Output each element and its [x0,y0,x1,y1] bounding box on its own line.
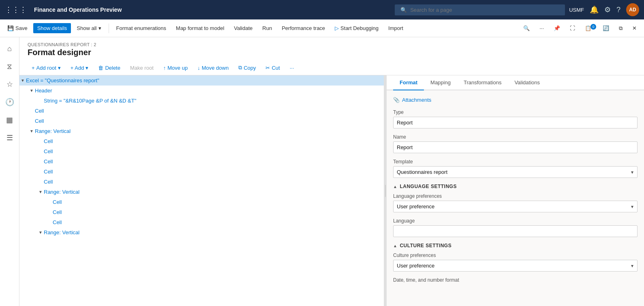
language-settings-header[interactable]: ▲ LANGUAGE SETTINGS [393,184,638,189]
show-details-button[interactable]: Show details [33,23,71,33]
language-input[interactable] [393,225,638,237]
tree-item-cell_code2[interactable]: Cell [19,197,384,207]
import-button[interactable]: Import [384,23,407,33]
tree-item-root[interactable]: ▼Excel = "Questionnaires report" [19,75,384,86]
format-enumerations-button[interactable]: Format enumerations [112,23,171,33]
run-button[interactable]: Run [258,23,276,33]
tree-item-range_question[interactable]: ▼Range: Vertical [19,227,384,238]
expand-arrow: ▼ [28,129,35,133]
attachment-icon: 📎 [393,97,400,103]
map-format-button[interactable]: Map format to model [172,23,228,33]
more-options-button[interactable]: ··· [535,23,548,33]
language-prefs-label: Language preferences [393,193,638,199]
search-bar[interactable]: 🔍 [395,4,565,15]
refresh-button[interactable]: 🔄 [599,23,613,33]
tree-item-label: Cell [53,199,62,205]
tree-item-range_results_group[interactable]: ▼Range: Vertical [19,187,384,197]
search-input[interactable] [410,7,559,13]
date-format-field-group: Date, time, and number format [393,277,638,283]
tree-item-header[interactable]: ▼Header [19,86,384,96]
template-field-group: Template Questionnaires report ▾ [393,159,638,178]
workspace-icon[interactable]: ▦ [2,112,18,128]
move-down-button[interactable]: ↓ Move down [193,63,233,73]
topbar: ⋮⋮⋮ Finance and Operations Preview 🔍 USM… [0,0,644,19]
show-all-button[interactable]: Show all ▾ [73,23,105,33]
tree-item-cell_questionnaire_type[interactable]: Cell [19,156,384,167]
notification-icon[interactable]: 🔔 [590,5,599,14]
filter-icon[interactable]: ⧖ [2,58,18,75]
tree-item-cell_description2[interactable]: Cell [19,207,384,217]
cut-button[interactable]: ✂ Cut [261,63,284,73]
tree-item-label: Cell [44,148,53,154]
collapse-icon: ▲ [393,184,397,189]
tree-item-label: Header [35,88,52,94]
tree-item-range_questionnaire[interactable]: ▼Range: Vertical [19,126,384,136]
type-input[interactable] [393,117,638,128]
add-root-button[interactable]: + Add root ▾ [28,63,65,73]
tree-item-cell_max_points[interactable]: Cell [19,217,384,227]
pin-button[interactable]: 📌 [550,23,564,33]
ribbon-toolbar: 💾 Save Show details Show all ▾ Format en… [0,19,644,37]
language-prefs-select[interactable]: User preference [393,201,638,212]
tab-validations[interactable]: Validations [508,75,546,90]
close-button[interactable]: ✕ [628,23,641,33]
attachments-button[interactable]: 📎 Attachments [393,97,638,103]
tree-item-cell_description[interactable]: Cell [19,146,384,156]
tree-item-cell_question_order[interactable]: Cell [19,167,384,177]
collapse-icon: ▲ [393,244,397,248]
culture-prefs-field-group: Culture preferences User preference ▾ [393,253,638,272]
name-input[interactable] [393,141,638,153]
tree-item-label: Excel = "Questionnaires report" [26,77,99,83]
tab-transformations[interactable]: Transformations [457,75,508,90]
tab-format[interactable]: Format [393,75,424,90]
tree-item-cell_active[interactable]: Cell [19,177,384,187]
validate-button[interactable]: Validate [230,23,257,33]
name-field-group: Name [393,134,638,153]
start-debugging-button[interactable]: ▷ Start Debugging [331,23,383,33]
performance-trace-button[interactable]: Performance trace [278,23,329,33]
help-icon[interactable]: ? [616,6,620,14]
tree-item-label: Cell [35,108,44,114]
more-button[interactable]: ··· [286,63,298,73]
tree-item-string[interactable]: String = "&R&10Page &P of &N &D &T" [19,96,384,106]
settings-icon[interactable]: ⚙ [604,5,611,14]
search-icon: 🔍 [400,7,407,13]
tree-item-cell_code[interactable]: Cell [19,136,384,146]
grid-icon[interactable]: ⋮⋮⋮ [5,5,27,14]
name-label: Name [393,134,638,140]
save-button[interactable]: 💾 Save [3,23,32,33]
topbar-right: USMF 🔔 ⚙ ? AD [569,3,639,16]
search-ribbon-button[interactable]: 🔍 [519,23,534,33]
tree-item-label: Cell [53,209,62,215]
recent-icon[interactable]: 🕐 [2,94,18,110]
copy-button[interactable]: ⧉ Copy [234,63,260,73]
tree-item-label: Range: Vertical [35,128,71,134]
extend-button[interactable]: ⛶ [566,23,579,33]
culture-prefs-select[interactable]: User preference [393,260,638,272]
expand-arrow: ▼ [19,78,26,83]
chevron-down-icon: ▾ [58,65,61,71]
badge-button[interactable]: 📋0 [581,23,597,33]
delete-icon: 🗑 [98,65,103,71]
move-up-button[interactable]: ↑ Move up [159,63,192,73]
template-select[interactable]: Questionnaires report [393,166,638,178]
tree-item-cell_company_name[interactable]: Cell [19,116,384,126]
make-root-button[interactable]: Make root [126,63,158,73]
avatar[interactable]: AD [626,3,639,16]
debug-icon: ▷ [335,25,339,31]
modules-icon[interactable]: ☰ [2,130,18,146]
arrow-down-icon: ↓ [197,65,200,71]
breadcrumb: QUESTIONNAIRES REPORT : 2 [28,42,636,47]
tree-item-label: Cell [35,118,44,124]
sidebar-icons: ⌂ ⧖ ☆ 🕐 ▦ ☰ [0,37,19,306]
home-icon[interactable]: ⌂ [2,41,18,57]
open-in-new-button[interactable]: ⧉ [615,23,627,34]
tree-item-cell_report_title[interactable]: Cell [19,106,384,116]
culture-settings-header[interactable]: ▲ CULTURE SETTINGS [393,243,638,248]
add-button[interactable]: + Add ▾ [66,63,93,73]
tab-mapping[interactable]: Mapping [424,75,457,90]
language-label: Language [393,218,638,224]
favorites-icon[interactable]: ☆ [2,76,18,92]
delete-button[interactable]: 🗑 Delete [94,63,124,73]
tree-pane[interactable]: ▼Excel = "Questionnaires report"▼HeaderS… [19,75,384,306]
